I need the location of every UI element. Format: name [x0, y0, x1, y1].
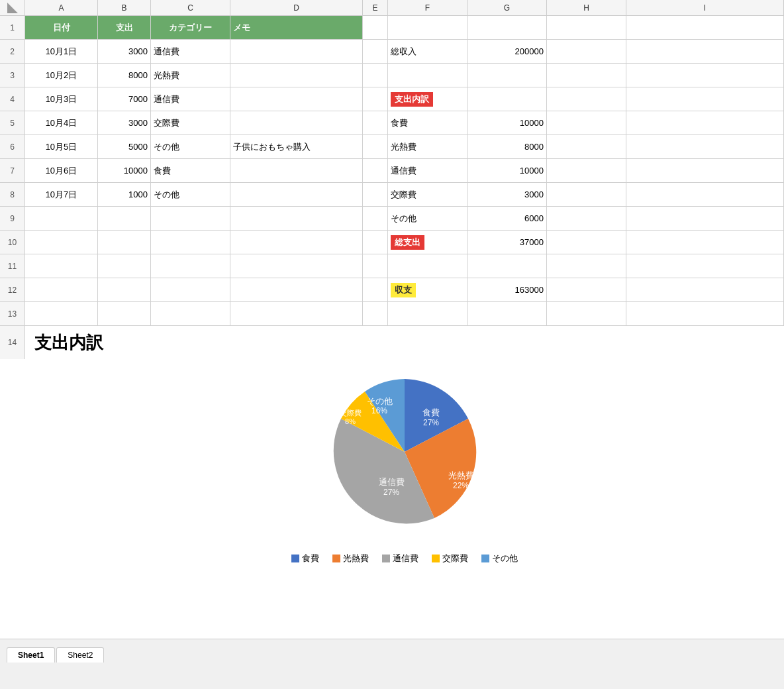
cell-10-E[interactable] [363, 231, 388, 254]
tab-sheet1[interactable]: Sheet1 [7, 647, 55, 662]
cell-10-F[interactable]: 総支出 [388, 231, 467, 254]
cell-3-C[interactable]: 光熱費 [151, 64, 230, 87]
cell-6-A[interactable]: 10月5日 [25, 135, 98, 158]
cell-4-H[interactable] [547, 87, 626, 111]
cell-8-E[interactable] [363, 183, 388, 206]
cell-5-H[interactable] [547, 111, 626, 134]
cell-2-F[interactable]: 総収入 [388, 40, 467, 63]
cell-1-E[interactable] [363, 16, 388, 39]
cell-7-F[interactable]: 通信費 [388, 159, 467, 182]
cell-9-F[interactable]: その他 [388, 207, 467, 230]
col-header-G[interactable]: G [467, 0, 547, 15]
cell-6-E[interactable] [363, 135, 388, 158]
cell-12-F[interactable]: 収支 [388, 278, 467, 301]
cell-11-C[interactable] [151, 254, 230, 278]
cell-5-B[interactable]: 3000 [98, 111, 151, 134]
cell-5-F[interactable]: 食費 [388, 111, 467, 134]
cell-8-B[interactable]: 1000 [98, 183, 151, 206]
cell-1-B[interactable]: 支出 [98, 16, 151, 39]
cell-7-G[interactable]: 10000 [467, 159, 547, 182]
cell-10-I[interactable] [626, 231, 784, 254]
cell-2-H[interactable] [547, 40, 626, 63]
cell-9-B[interactable] [98, 207, 151, 230]
cell-10-G[interactable]: 37000 [467, 231, 547, 254]
col-header-D[interactable]: D [230, 0, 363, 15]
cell-5-I[interactable] [626, 111, 784, 134]
cell-12-I[interactable] [626, 278, 784, 301]
cell-2-E[interactable] [363, 40, 388, 63]
cell-11-E[interactable] [363, 254, 388, 278]
cell-6-B[interactable]: 5000 [98, 135, 151, 158]
cell-9-G[interactable]: 6000 [467, 207, 547, 230]
cell-2-G[interactable]: 200000 [467, 40, 547, 63]
cell-12-B[interactable] [98, 278, 151, 301]
cell-9-A[interactable] [25, 207, 98, 230]
cell-3-G[interactable] [467, 64, 547, 87]
cell-3-H[interactable] [547, 64, 626, 87]
cell-4-G[interactable] [467, 87, 547, 111]
cell-9-C[interactable] [151, 207, 230, 230]
cell-6-I[interactable] [626, 135, 784, 158]
cell-12-E[interactable] [363, 278, 388, 301]
col-header-F[interactable]: F [388, 0, 467, 15]
tab-sheet2[interactable]: Sheet2 [56, 647, 104, 662]
cell-8-C[interactable]: その他 [151, 183, 230, 206]
cell-11-F[interactable] [388, 254, 467, 278]
cell-1-C[interactable]: カテゴリー [151, 16, 230, 39]
cell-12-A[interactable] [25, 278, 98, 301]
cell-7-A[interactable]: 10月6日 [25, 159, 98, 182]
col-header-B[interactable]: B [98, 0, 151, 15]
cell-10-A[interactable] [25, 231, 98, 254]
cell-12-H[interactable] [547, 278, 626, 301]
cell-7-C[interactable]: 食費 [151, 159, 230, 182]
cell-12-G[interactable]: 163000 [467, 278, 547, 301]
cell-11-B[interactable] [98, 254, 151, 278]
cell-1-G[interactable] [467, 16, 547, 39]
cell-1-A[interactable]: 日付 [25, 16, 98, 39]
cell-1-F[interactable] [388, 16, 467, 39]
cell-10-B[interactable] [98, 231, 151, 254]
cell-5-G[interactable]: 10000 [467, 111, 547, 134]
cell-13-A[interactable] [25, 302, 98, 325]
cell-11-D[interactable] [230, 254, 363, 278]
cell-13-E[interactable] [363, 302, 388, 325]
cell-3-A[interactable]: 10月2日 [25, 64, 98, 87]
cell-3-D[interactable] [230, 64, 363, 87]
cell-13-D[interactable] [230, 302, 363, 325]
cell-13-B[interactable] [98, 302, 151, 325]
cell-13-H[interactable] [547, 302, 626, 325]
col-header-I[interactable]: I [626, 0, 784, 15]
cell-13-G[interactable] [467, 302, 547, 325]
cell-4-D[interactable] [230, 87, 363, 111]
cell-1-D[interactable]: メモ [230, 16, 363, 39]
cell-8-I[interactable] [626, 183, 784, 206]
col-header-A[interactable]: A [25, 0, 98, 15]
cell-1-H[interactable] [547, 16, 626, 39]
cell-3-I[interactable] [626, 64, 784, 87]
cell-3-B[interactable]: 8000 [98, 64, 151, 87]
cell-9-E[interactable] [363, 207, 388, 230]
col-header-C[interactable]: C [151, 0, 230, 15]
cell-4-F[interactable]: 支出内訳 [388, 87, 467, 111]
cell-10-D[interactable] [230, 231, 363, 254]
cell-12-C[interactable] [151, 278, 230, 301]
cell-5-C[interactable]: 交際費 [151, 111, 230, 134]
cell-2-A[interactable]: 10月1日 [25, 40, 98, 63]
cell-5-E[interactable] [363, 111, 388, 134]
cell-1-I[interactable] [626, 16, 784, 39]
cell-13-C[interactable] [151, 302, 230, 325]
cell-9-I[interactable] [626, 207, 784, 230]
col-header-E[interactable]: E [363, 0, 388, 15]
cell-7-D[interactable] [230, 159, 363, 182]
cell-3-F[interactable] [388, 64, 467, 87]
cell-7-H[interactable] [547, 159, 626, 182]
cell-8-A[interactable]: 10月7日 [25, 183, 98, 206]
cell-7-I[interactable] [626, 159, 784, 182]
cell-12-D[interactable] [230, 278, 363, 301]
cell-13-I[interactable] [626, 302, 784, 325]
cell-8-D[interactable] [230, 183, 363, 206]
cell-2-I[interactable] [626, 40, 784, 63]
cell-6-C[interactable]: その他 [151, 135, 230, 158]
cell-2-C[interactable]: 通信費 [151, 40, 230, 63]
cell-5-A[interactable]: 10月4日 [25, 111, 98, 134]
